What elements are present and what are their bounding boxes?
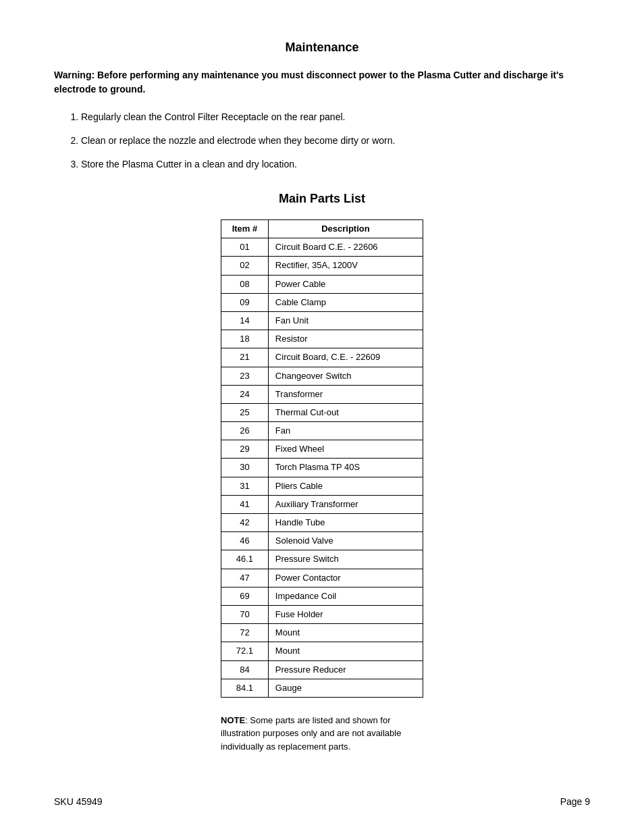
table-cell-description: Power Contactor	[268, 569, 423, 587]
table-row: 72Mount	[221, 624, 423, 642]
col-description-header: Description	[268, 220, 423, 238]
maintenance-list: Regularly clean the Control Filter Recep…	[81, 110, 590, 172]
parts-list-title: Main Parts List	[54, 192, 590, 206]
footer-page: Page 9	[560, 796, 590, 807]
table-cell-description: Pressure Reducer	[268, 660, 423, 679]
warning-text: Warning: Before performing any maintenan…	[54, 68, 590, 97]
table-row: 41Auxiliary Transformer	[221, 495, 423, 513]
table-cell-description: Mount	[268, 642, 423, 660]
table-cell-item: 29	[221, 440, 269, 459]
table-cell-description: Pressure Switch	[268, 550, 423, 569]
table-cell-item: 23	[221, 367, 269, 385]
table-row: 02Rectifier, 35A, 1200V	[221, 257, 423, 275]
table-cell-description: Thermal Cut-out	[268, 403, 423, 421]
table-cell-description: Handle Tube	[268, 514, 423, 532]
table-cell-description: Torch Plasma TP 40S	[268, 459, 423, 477]
table-cell-description: Impedance Coil	[268, 587, 423, 605]
note-body: : Some parts are listed and shown for il…	[221, 715, 401, 752]
col-item-header: Item #	[221, 220, 269, 238]
table-cell-description: Pliers Cable	[268, 477, 423, 495]
table-row: 29Fixed Wheel	[221, 440, 423, 459]
table-row: 24Transformer	[221, 385, 423, 403]
table-cell-description: Gauge	[268, 679, 423, 697]
page-title: Maintenance	[54, 41, 590, 55]
table-cell-item: 84	[221, 660, 269, 679]
table-cell-item: 01	[221, 238, 269, 257]
table-row: 70Fuse Holder	[221, 605, 423, 623]
table-cell-description: Cable Clamp	[268, 293, 423, 311]
table-cell-item: 46	[221, 532, 269, 550]
table-cell-item: 84.1	[221, 679, 269, 697]
table-cell-description: Solenoid Valve	[268, 532, 423, 550]
table-cell-item: 72	[221, 624, 269, 642]
table-cell-description: Fan	[268, 422, 423, 440]
parts-table-container: Item # Description 01Circuit Board C.E. …	[54, 219, 590, 698]
footer-sku: SKU 45949	[54, 796, 103, 807]
table-cell-item: 46.1	[221, 550, 269, 569]
table-row: 01Circuit Board C.E. - 22606	[221, 238, 423, 257]
table-row: 18Resistor	[221, 330, 423, 348]
list-item-1: Regularly clean the Control Filter Recep…	[81, 110, 590, 124]
table-cell-description: Power Cable	[268, 275, 423, 293]
table-row: 69Impedance Coil	[221, 587, 423, 605]
table-cell-item: 41	[221, 495, 269, 513]
table-row: 46.1Pressure Switch	[221, 550, 423, 569]
table-cell-item: 02	[221, 257, 269, 275]
table-row: 09Cable Clamp	[221, 293, 423, 311]
table-cell-item: 09	[221, 293, 269, 311]
table-row: 25Thermal Cut-out	[221, 403, 423, 421]
table-cell-item: 18	[221, 330, 269, 348]
table-row: 47Power Contactor	[221, 569, 423, 587]
note-label: NOTE	[221, 715, 245, 725]
table-row: 08Power Cable	[221, 275, 423, 293]
table-cell-item: 72.1	[221, 642, 269, 660]
table-cell-description: Fuse Holder	[268, 605, 423, 623]
table-cell-item: 42	[221, 514, 269, 532]
table-cell-item: 47	[221, 569, 269, 587]
table-row: 72.1Mount	[221, 642, 423, 660]
table-cell-item: 69	[221, 587, 269, 605]
table-cell-item: 08	[221, 275, 269, 293]
table-cell-item: 21	[221, 348, 269, 367]
table-cell-description: Circuit Board C.E. - 22606	[268, 238, 423, 257]
table-row: 84Pressure Reducer	[221, 660, 423, 679]
table-cell-item: 14	[221, 311, 269, 330]
table-cell-item: 26	[221, 422, 269, 440]
table-cell-description: Rectifier, 35A, 1200V	[268, 257, 423, 275]
table-cell-description: Fixed Wheel	[268, 440, 423, 459]
table-cell-description: Fan Unit	[268, 311, 423, 330]
table-cell-item: 70	[221, 605, 269, 623]
list-item-2: Clean or replace the nozzle and electrod…	[81, 134, 590, 148]
table-cell-description: Mount	[268, 624, 423, 642]
table-cell-description: Changeover Switch	[268, 367, 423, 385]
table-row: 14Fan Unit	[221, 311, 423, 330]
parts-table: Item # Description 01Circuit Board C.E. …	[221, 219, 423, 698]
table-row: 42Handle Tube	[221, 514, 423, 532]
note-text: NOTE: Some parts are listed and shown fo…	[221, 714, 423, 754]
note-container: NOTE: Some parts are listed and shown fo…	[54, 714, 590, 754]
table-header-row: Item # Description	[221, 220, 423, 238]
table-cell-item: 24	[221, 385, 269, 403]
footer: SKU 45949 Page 9	[54, 796, 590, 807]
table-row: 46Solenoid Valve	[221, 532, 423, 550]
table-cell-description: Auxiliary Transformer	[268, 495, 423, 513]
list-item-3: Store the Plasma Cutter in a clean and d…	[81, 157, 590, 172]
table-cell-item: 31	[221, 477, 269, 495]
table-row: 31Pliers Cable	[221, 477, 423, 495]
table-cell-item: 30	[221, 459, 269, 477]
table-cell-item: 25	[221, 403, 269, 421]
table-row: 26Fan	[221, 422, 423, 440]
table-row: 23Changeover Switch	[221, 367, 423, 385]
table-cell-description: Resistor	[268, 330, 423, 348]
table-cell-description: Transformer	[268, 385, 423, 403]
table-row: 21Circuit Board, C.E. - 22609	[221, 348, 423, 367]
table-cell-description: Circuit Board, C.E. - 22609	[268, 348, 423, 367]
table-row: 30Torch Plasma TP 40S	[221, 459, 423, 477]
table-row: 84.1Gauge	[221, 679, 423, 697]
